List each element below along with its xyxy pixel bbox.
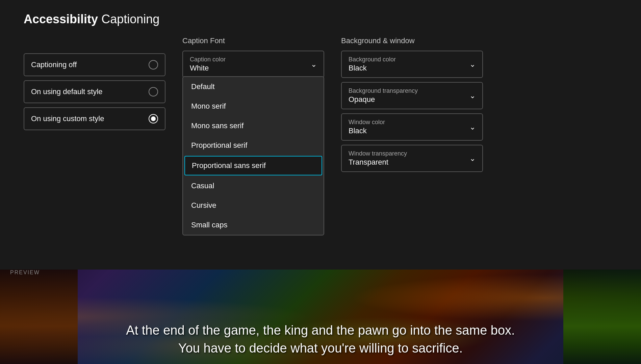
custom-style-option[interactable]: On using custom style bbox=[24, 107, 165, 130]
window-color-chevron: ⌄ bbox=[469, 123, 476, 132]
background-color-header: Background color Black ⌄ bbox=[349, 56, 476, 73]
font-option-casual[interactable]: Casual bbox=[183, 176, 324, 196]
preview-label: PREVIEW bbox=[10, 270, 40, 276]
background-color-label: Background color bbox=[349, 56, 396, 63]
font-option-proportional-serif[interactable]: Proportional serif bbox=[183, 136, 324, 155]
window-transparency-dropdown[interactable]: Window transparency Transparent ⌄ bbox=[341, 145, 483, 172]
background-transparency-header: Background transparency Opaque ⌄ bbox=[349, 87, 476, 104]
preview-background: At the end of the game, the king and the… bbox=[0, 270, 641, 364]
preview-caption-line2: You have to decide what you're willing t… bbox=[126, 339, 515, 357]
caption-color-dropdown[interactable]: Caption color White ⌄ bbox=[182, 51, 324, 78]
window-transparency-value: Transparent bbox=[349, 158, 407, 167]
preview-section: PREVIEW At the end of the game, the king… bbox=[0, 270, 641, 364]
custom-style-label: On using custom style bbox=[31, 114, 104, 123]
preview-caption-line1: At the end of the game, the king and the… bbox=[126, 321, 515, 339]
background-transparency-value: Opaque bbox=[349, 95, 418, 104]
default-style-option[interactable]: On using default style bbox=[24, 80, 165, 103]
background-transparency-dropdown[interactable]: Background transparency Opaque ⌄ bbox=[341, 82, 483, 109]
background-color-content: Background color Black bbox=[349, 56, 396, 73]
window-transparency-content: Window transparency Transparent bbox=[349, 150, 407, 167]
page-header: Accessibility Captioning bbox=[0, 0, 641, 36]
font-option-mono-sans-serif[interactable]: Mono sans serif bbox=[183, 116, 324, 136]
background-color-chevron: ⌄ bbox=[469, 60, 476, 69]
captioning-off-option[interactable]: Captioning off bbox=[24, 53, 165, 76]
window-color-label: Window color bbox=[349, 119, 385, 126]
preview-left-image bbox=[0, 270, 78, 364]
main-content: Captioning off On using default style On… bbox=[0, 36, 641, 176]
background-transparency-content: Background transparency Opaque bbox=[349, 87, 418, 104]
captioning-off-label: Captioning off bbox=[31, 60, 77, 69]
font-dropdown-list: Default Mono serif Mono sans serif Propo… bbox=[182, 76, 324, 235]
default-style-radio[interactable] bbox=[149, 87, 158, 96]
font-option-small-caps[interactable]: Small caps bbox=[183, 215, 324, 235]
caption-color-chevron: ⌄ bbox=[311, 60, 317, 69]
font-option-cursive[interactable]: Cursive bbox=[183, 196, 324, 215]
caption-font-header: Caption Font bbox=[182, 36, 324, 45]
right-column: Background & window Background color Bla… bbox=[341, 36, 483, 176]
window-transparency-chevron: ⌄ bbox=[469, 154, 476, 163]
caption-color-header: Caption color White ⌄ bbox=[190, 56, 317, 73]
custom-style-radio[interactable] bbox=[149, 114, 158, 123]
font-option-mono-serif[interactable]: Mono serif bbox=[183, 96, 324, 116]
window-color-header: Window color Black ⌄ bbox=[349, 119, 476, 135]
caption-color-label: Caption color bbox=[190, 56, 226, 63]
window-color-value: Black bbox=[349, 127, 385, 135]
font-option-default[interactable]: Default bbox=[183, 77, 324, 96]
captioning-off-radio[interactable] bbox=[149, 60, 158, 69]
background-transparency-chevron: ⌄ bbox=[469, 91, 476, 100]
window-transparency-label: Window transparency bbox=[349, 150, 407, 157]
background-transparency-label: Background transparency bbox=[349, 87, 418, 94]
window-color-dropdown[interactable]: Window color Black ⌄ bbox=[341, 113, 483, 141]
page-title: Accessibility Captioning bbox=[24, 12, 617, 26]
font-option-proportional-sans-serif[interactable]: Proportional sans serif bbox=[184, 156, 322, 175]
background-window-header: Background & window bbox=[341, 36, 483, 45]
middle-column: Caption Font Caption color White ⌄ Capti… bbox=[182, 36, 324, 176]
left-column: Captioning off On using default style On… bbox=[24, 36, 165, 176]
window-color-content: Window color Black bbox=[349, 119, 385, 135]
background-color-value: Black bbox=[349, 64, 396, 73]
caption-color-value: White bbox=[190, 64, 226, 73]
preview-right-image bbox=[563, 270, 641, 364]
default-style-label: On using default style bbox=[31, 87, 103, 96]
caption-color-content: Caption color White bbox=[190, 56, 226, 73]
preview-caption-container: At the end of the game, the king and the… bbox=[126, 321, 515, 357]
window-transparency-header: Window transparency Transparent ⌄ bbox=[349, 150, 476, 167]
background-color-dropdown[interactable]: Background color Black ⌄ bbox=[341, 51, 483, 78]
